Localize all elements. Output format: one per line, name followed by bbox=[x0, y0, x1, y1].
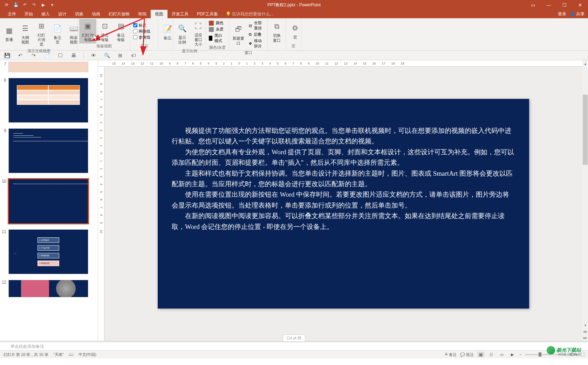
maximize-button[interactable]: ☐ bbox=[556, 0, 572, 10]
master-0[interactable]: ▣幻灯片母版 bbox=[79, 19, 96, 43]
master-2[interactable]: ▤备注母版 bbox=[113, 19, 129, 43]
view-1[interactable]: ☰大纲视图 bbox=[18, 21, 33, 46]
scroll-down-icon[interactable]: ▾ bbox=[582, 322, 588, 328]
slide-paragraph: 使用在需要位置出现的新按钮在 Word 中保存时间。若要更改图片适应文档的方式，… bbox=[172, 189, 515, 211]
save-icon-2[interactable]: 💾 bbox=[4, 52, 11, 59]
menu-tab-4[interactable]: 切换 bbox=[71, 10, 88, 19]
redo-icon-2[interactable]: ↷ bbox=[30, 52, 37, 59]
slide-thumb-11[interactable]: ← 1 公司简介2 产品介绍3 举例内容4 举例内容 bbox=[8, 229, 88, 274]
new-window-button[interactable]: 🗗 新建窗口 bbox=[231, 22, 247, 47]
minimize-button[interactable]: — bbox=[541, 0, 556, 10]
window-opt-0[interactable]: ⊟全部重排 bbox=[249, 20, 265, 31]
notes-icon: 📝 bbox=[162, 23, 173, 34]
view-3[interactable]: 📄备注页 bbox=[50, 21, 65, 46]
slide-thumb-10[interactable]: ━━━━━━━━━━━━━━━━━━━━━━━━━━━━━━━━━━━━━━━━… bbox=[8, 179, 88, 224]
share-button[interactable]: 👤 共享 bbox=[570, 11, 584, 17]
tell-me-search[interactable]: 💡 告诉我您想要做什么... bbox=[226, 11, 273, 17]
reading-view-icon[interactable]: ▭ bbox=[498, 352, 505, 357]
thumb-number: 8 bbox=[1, 78, 8, 83]
menu-tab-9[interactable]: 开发工具 bbox=[167, 10, 193, 19]
scrollbar-thumb[interactable] bbox=[583, 95, 588, 165]
next-slide-icon[interactable]: ⏭ bbox=[582, 334, 588, 341]
macro-button[interactable]: ⚙ 宏 bbox=[287, 21, 303, 41]
menu-tab-1[interactable]: 开始 bbox=[20, 10, 37, 19]
group-label-presentation-views: 演示文稿视图 bbox=[1, 48, 76, 54]
save-icon[interactable]: 💾 bbox=[12, 1, 20, 9]
color-swatch-icon bbox=[209, 36, 212, 41]
nav-icon[interactable]: ⊞ bbox=[117, 52, 124, 59]
slide-paragraph: 主题和样式也有助于文档保持协调。当您单击设计并选择新的主题时，图片、图表或 Sm… bbox=[172, 168, 515, 190]
view-icon: ▦ bbox=[4, 25, 15, 36]
master-1[interactable]: ⊡讲义母版 bbox=[97, 19, 112, 43]
slide-thumb-9[interactable]: ▪ ━━━━━━━━━━━━━▪ ━━━━━━━━━━━━━━━━━━━━━━━… bbox=[8, 128, 88, 173]
menu-tab-5[interactable]: 动画 bbox=[88, 10, 104, 19]
undo-icon[interactable]: ↶ bbox=[21, 1, 29, 9]
new-icon[interactable]: 📄 bbox=[43, 52, 50, 59]
eye-icon[interactable]: 👁 bbox=[90, 52, 97, 59]
sorter-view-icon[interactable]: ☷ bbox=[488, 352, 495, 357]
print-icon[interactable]: 🖶 bbox=[70, 52, 77, 59]
vertical-ruler: 10987654321012345678910 bbox=[98, 67, 104, 341]
color-mode-0[interactable]: 颜色 bbox=[209, 20, 226, 26]
show-check-0[interactable]: 标尺 bbox=[133, 23, 150, 28]
switch-window-button[interactable]: ⧉ 切换窗口 bbox=[269, 19, 285, 44]
slide-thumb-12[interactable] bbox=[8, 280, 88, 297]
color-mode-1[interactable]: 灰度 bbox=[209, 27, 226, 32]
status-spellcheck-icon[interactable]: 📖 bbox=[69, 352, 74, 357]
slide-thumb-8[interactable] bbox=[8, 78, 88, 123]
status-theme: "天体" bbox=[53, 352, 64, 357]
menu-tab-2[interactable]: 插入 bbox=[37, 10, 54, 19]
login-button[interactable]: 登录 bbox=[558, 11, 566, 17]
search-icon[interactable]: 🔍 bbox=[103, 52, 110, 59]
status-comments-button[interactable]: 💬 批注 bbox=[460, 352, 474, 357]
group-label-show: 显示 bbox=[132, 43, 157, 49]
redo-icon[interactable]: ↷ bbox=[30, 1, 38, 9]
notes-pane[interactable]: 单击此处添加备注 CH ⇄ 简 bbox=[0, 342, 588, 350]
prev-slide-icon[interactable]: ⏮ bbox=[582, 328, 588, 334]
thumb-nav-item: 4 举例内容 bbox=[37, 261, 59, 266]
menu-tab-10[interactable]: PDF工具集 bbox=[193, 10, 222, 19]
window-opt-1[interactable]: ⧉层叠 bbox=[249, 32, 265, 37]
normal-view-icon[interactable]: ▦ bbox=[477, 352, 484, 357]
window-title: PPT教程2.pptx - PowerPoint bbox=[267, 2, 321, 8]
group-label-macro: 宏 bbox=[287, 43, 300, 49]
show-check-1[interactable]: 网格线 bbox=[133, 29, 150, 34]
notes-placeholder: 单击此处添加备注 bbox=[11, 344, 44, 349]
macro-icon: ⚙ bbox=[289, 22, 301, 34]
slide-thumbnails-panel[interactable]: 7 8 9 ▪ ━━━━━━━━━━━━━▪ ━━━━━━━━━━━━━━━━━… bbox=[0, 60, 98, 341]
main-slide-canvas[interactable]: 视频提供了功能强大的方法帮助您证明您的观点。当您单击联机视频时，可以在想要添加的… bbox=[158, 99, 529, 309]
fit-window-icon[interactable]: ⛶ bbox=[581, 352, 584, 357]
start-slideshow-icon[interactable]: ▶ bbox=[39, 1, 47, 9]
tag-icon[interactable]: 🏷 bbox=[130, 52, 137, 59]
status-language[interactable]: 中文(中国) bbox=[78, 352, 96, 357]
show-check-2[interactable]: 参考线 bbox=[133, 35, 150, 40]
autosave-icon[interactable]: ⟳ bbox=[3, 1, 11, 9]
scroll-up-icon[interactable]: ▴ bbox=[582, 60, 588, 67]
menu-tab-7[interactable]: 审阅 bbox=[134, 10, 151, 19]
ribbon-options-icon[interactable]: ▭ bbox=[525, 0, 541, 10]
zoom-1[interactable]: ⛶适应窗口大小 bbox=[191, 19, 206, 48]
zoom-out-icon[interactable]: − bbox=[519, 352, 521, 357]
slideshow-view-icon[interactable]: ▶ bbox=[509, 352, 516, 357]
menu-tab-8[interactable]: 视图 bbox=[151, 10, 167, 19]
window-opt-2[interactable]: ✥移动拆分 bbox=[249, 38, 265, 49]
slideshow-icon-2[interactable]: 🖵 bbox=[57, 52, 64, 59]
close-button[interactable]: ✕ bbox=[572, 0, 588, 10]
zoom-0[interactable]: 🔍显示比例 bbox=[175, 21, 190, 46]
master-icon: ⊡ bbox=[99, 20, 110, 32]
color-mode-2[interactable]: 黑白模式 bbox=[209, 33, 226, 43]
new-window-icon: 🗗 bbox=[233, 23, 244, 35]
slide-thumb-7[interactable] bbox=[8, 62, 88, 72]
menu-tab-6[interactable]: 幻灯片放映 bbox=[104, 10, 134, 19]
window-opt-icon: ✥ bbox=[249, 41, 252, 46]
slide-paragraph: 在新的阅读视图中阅读更加容易。可以折叠文档某些部分并关注所需文本。如果在达到结尾… bbox=[172, 211, 515, 232]
undo-icon-2[interactable]: ↶ bbox=[17, 52, 24, 59]
menu-tab-0[interactable]: 文件 bbox=[4, 10, 20, 19]
menu-tab-3[interactable]: 设计 bbox=[54, 10, 71, 19]
ime-indicator[interactable]: CH ⇄ 简 bbox=[283, 334, 305, 342]
status-notes-button[interactable]: ≜ 备注 bbox=[445, 352, 457, 357]
vertical-scrollbar[interactable]: ▴ ▾ ⏮ ⏭ bbox=[582, 60, 588, 341]
view-2[interactable]: ⊞幻灯片浏览 bbox=[34, 19, 49, 48]
view-0[interactable]: ▦普通 bbox=[1, 23, 17, 43]
qat-more-icon[interactable]: ▾ bbox=[48, 1, 56, 9]
